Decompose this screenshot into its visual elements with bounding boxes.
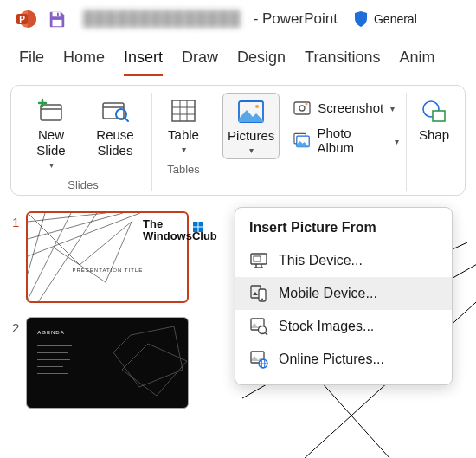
watermark: TheWindowsClub (143, 218, 217, 243)
slide1-title: PRESENTATION TITLE (73, 268, 144, 273)
screenshot-icon (293, 100, 311, 115)
shapes-button[interactable]: Shap (414, 93, 454, 146)
windows-logo-icon (193, 222, 203, 232)
reuse-slides-button[interactable]: Reuse Slides (86, 93, 145, 162)
menu-header: Insert Picture From (235, 218, 452, 244)
title-bar: P ██████████████ - PowerPoint General (0, 0, 476, 36)
slide-thumbnail-2[interactable]: AGENDA (26, 317, 189, 409)
tab-file[interactable]: File (19, 48, 44, 76)
chevron-down-icon: ▾ (49, 160, 54, 170)
tab-draw[interactable]: Draw (182, 48, 218, 76)
svg-rect-26 (193, 222, 198, 227)
svg-rect-28 (193, 228, 198, 233)
online-pictures-icon (249, 350, 268, 369)
pictures-dropdown-menu: Insert Picture From This Device... Mobil… (235, 207, 453, 385)
photo-album-icon (293, 132, 310, 148)
tab-home[interactable]: Home (63, 48, 105, 76)
monitor-icon (249, 251, 268, 270)
chevron-down-icon: ▾ (395, 137, 399, 146)
shield-icon (353, 10, 369, 28)
thumbnail-row[interactable]: 2 AGENDA (12, 317, 195, 409)
slide-number: 2 (12, 320, 19, 335)
pictures-label: Pictures (228, 128, 274, 144)
group-label-tables: Tables (167, 163, 200, 176)
svg-rect-27 (199, 222, 204, 227)
svg-rect-25 (433, 111, 445, 121)
svg-rect-5 (53, 20, 62, 26)
svg-rect-31 (254, 256, 261, 261)
ribbon: New Slide ▾ Reuse Slides Slides Table ▾ … (10, 85, 466, 196)
new-slide-label: New Slide (36, 127, 65, 158)
shapes-icon (419, 96, 448, 126)
screenshot-button[interactable]: Screenshot ▾ (293, 98, 399, 117)
tab-insert[interactable]: Insert (124, 48, 163, 76)
svg-line-40 (265, 332, 267, 335)
app-name: - PowerPoint (254, 10, 338, 28)
svg-line-11 (125, 118, 128, 121)
svg-point-20 (299, 106, 305, 111)
menu-item-label: Online Pictures... (279, 352, 384, 367)
svg-rect-8 (103, 103, 124, 119)
table-icon (169, 96, 198, 126)
menu-item-label: Mobile Device... (279, 286, 377, 301)
photo-album-button[interactable]: Photo Album ▾ (293, 124, 399, 157)
tab-animations[interactable]: Anim (399, 48, 434, 76)
new-slide-icon (36, 96, 66, 126)
table-button[interactable]: Table ▾ (159, 93, 208, 158)
sensitivity-text: General (374, 12, 417, 26)
save-icon[interactable] (47, 9, 68, 29)
sensitivity-label[interactable]: General (353, 10, 417, 28)
group-label-slides: Slides (68, 178, 98, 191)
menu-item-stock-images[interactable]: Stock Images... (235, 310, 452, 343)
pictures-icon (236, 97, 266, 126)
svg-rect-6 (41, 105, 61, 120)
group-tables: Table ▾ Tables (152, 93, 215, 191)
svg-point-37 (261, 299, 263, 300)
group-shapes: Shap (406, 93, 461, 191)
menu-item-label: This Device... (279, 253, 363, 268)
svg-point-21 (306, 103, 308, 106)
chevron-down-icon: ▾ (182, 145, 186, 154)
svg-text:P: P (19, 15, 25, 24)
reuse-slides-icon (100, 96, 130, 126)
slide2-title: AGENDA (37, 330, 64, 335)
powerpoint-logo-icon: P (16, 9, 36, 29)
menu-item-label: Stock Images... (279, 319, 374, 334)
menu-item-online-pictures[interactable]: Online Pictures... (235, 343, 452, 376)
svg-point-18 (255, 105, 259, 108)
tab-transitions[interactable]: Transitions (305, 48, 380, 76)
menu-item-mobile-device[interactable]: Mobile Device... (235, 277, 452, 310)
mobile-icon (249, 284, 268, 303)
table-label: Table (168, 127, 199, 143)
stock-images-icon (249, 317, 268, 336)
ribbon-tabs: File Home Insert Draw Design Transitions… (0, 36, 476, 76)
svg-rect-12 (172, 100, 195, 121)
pictures-button[interactable]: Pictures ▾ (222, 93, 280, 159)
screenshot-label: Screenshot (318, 100, 383, 115)
chevron-down-icon: ▾ (249, 145, 254, 155)
menu-item-this-device[interactable]: This Device... (235, 244, 452, 277)
shapes-label: Shap (419, 127, 449, 143)
svg-rect-29 (199, 228, 204, 233)
svg-rect-3 (53, 12, 61, 17)
chevron-down-icon: ▾ (390, 104, 395, 113)
photo-album-label: Photo Album (317, 126, 388, 155)
tab-design[interactable]: Design (237, 48, 286, 76)
group-images: Pictures ▾ Screenshot ▾ Photo Album ▾ (215, 93, 406, 191)
document-title: ██████████████ (83, 10, 241, 28)
group-slides: New Slide ▾ Reuse Slides Slides (15, 93, 152, 191)
slide-number: 1 (12, 215, 19, 229)
reuse-slides-label: Reuse Slides (96, 127, 133, 158)
svg-rect-4 (57, 13, 59, 16)
new-slide-button[interactable]: New Slide ▾ (22, 93, 80, 173)
